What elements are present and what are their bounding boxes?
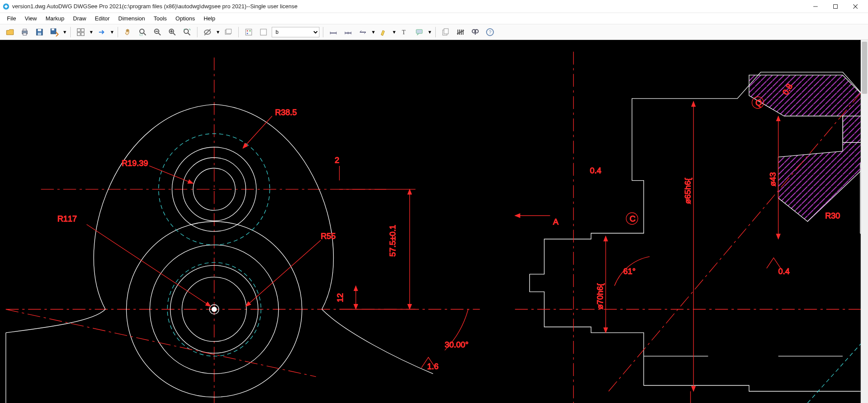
dim-r55: R55 xyxy=(321,231,336,241)
dim-d65h6: ø65h6{ xyxy=(683,178,692,204)
svg-rect-6 xyxy=(23,29,26,31)
text-button[interactable]: T xyxy=(398,26,411,39)
comment-button[interactable] xyxy=(413,26,426,39)
svg-rect-9 xyxy=(38,29,41,31)
scrollbar-thumb[interactable] xyxy=(862,42,867,94)
svg-line-26 xyxy=(173,33,175,35)
surface-0.4b: 0.4 xyxy=(778,267,789,276)
minimize-button[interactable] xyxy=(806,0,825,13)
svg-rect-32 xyxy=(226,29,231,33)
menubar: File View Markup Draw Editor Dimension T… xyxy=(0,13,868,24)
dim-12: 12 xyxy=(335,293,345,302)
layer-manager-button[interactable] xyxy=(242,26,255,39)
print-button[interactable] xyxy=(18,26,31,39)
measure-distance-button[interactable] xyxy=(327,26,340,39)
zoom-extents-button[interactable] xyxy=(181,26,194,39)
save-button[interactable] xyxy=(33,26,46,39)
close-button[interactable] xyxy=(845,0,865,13)
menu-dimension[interactable]: Dimension xyxy=(114,14,149,23)
menu-markup[interactable]: Markup xyxy=(41,14,69,23)
forward-button[interactable] xyxy=(95,26,108,39)
svg-rect-15 xyxy=(77,33,80,36)
deselect-dropdown[interactable]: ▾ xyxy=(216,29,220,35)
svg-line-77 xyxy=(87,225,211,307)
separator xyxy=(70,27,71,37)
open-button[interactable] xyxy=(3,26,16,39)
forward-dropdown[interactable]: ▾ xyxy=(110,29,114,35)
svg-rect-12 xyxy=(52,29,54,30)
menu-editor[interactable]: Editor xyxy=(91,14,114,23)
svg-rect-33 xyxy=(246,29,252,35)
dim-angle-30: 30.00° xyxy=(445,340,469,349)
dim-angle-61: 61° xyxy=(623,267,636,276)
svg-rect-14 xyxy=(81,29,84,32)
svg-line-28 xyxy=(188,33,190,35)
toolbar: ▾ ▾ ▾ ▾ b ▾ ▾ T ▾ ? xyxy=(0,24,868,40)
highlighter-button[interactable] xyxy=(377,26,390,39)
svg-line-76 xyxy=(149,166,193,183)
svg-line-84 xyxy=(6,309,316,377)
layers-button[interactable] xyxy=(222,26,235,39)
comment-dropdown[interactable]: ▾ xyxy=(427,29,432,35)
maximize-button[interactable] xyxy=(825,0,845,13)
datum-C: C xyxy=(630,214,636,223)
drawing-canvas[interactable]: R38.5 R19.39 R117 R55 57.5±0.1 12 2 30.0… xyxy=(0,40,868,403)
separator xyxy=(238,27,239,37)
highlighter-dropdown[interactable]: ▾ xyxy=(392,29,396,35)
zoom-in-button[interactable] xyxy=(166,26,179,39)
surface-1.6: 1.6 xyxy=(427,362,438,371)
menu-file[interactable]: File xyxy=(3,14,20,23)
zoom-window-button[interactable] xyxy=(136,26,149,39)
svg-rect-16 xyxy=(81,33,84,36)
svg-line-87 xyxy=(608,87,866,391)
svg-rect-13 xyxy=(77,29,80,32)
dim-d43: ø43 xyxy=(768,172,777,187)
menu-tools[interactable]: Tools xyxy=(149,14,171,23)
svg-text:?: ? xyxy=(489,30,491,35)
svg-point-36 xyxy=(247,33,248,34)
svg-line-75 xyxy=(243,116,272,148)
app-icon xyxy=(3,3,10,10)
svg-point-70 xyxy=(212,307,217,312)
vertical-scrollbar[interactable] xyxy=(861,40,868,403)
save-dropdown[interactable]: ▾ xyxy=(62,29,67,35)
layer-select[interactable]: b xyxy=(272,27,319,37)
separator xyxy=(435,27,436,37)
svg-rect-49 xyxy=(444,29,448,34)
dim-d70h6: ø70h6{ xyxy=(595,283,605,309)
svg-line-18 xyxy=(144,33,146,35)
zoom-out-button[interactable] xyxy=(151,26,164,39)
count-button[interactable] xyxy=(454,26,467,39)
svg-line-78 xyxy=(246,240,321,306)
svg-rect-2 xyxy=(834,4,838,8)
titlebar: version1.dwg AutoDWG DWGSee Pro 2021(c:\… xyxy=(0,0,868,13)
dim-r117: R117 xyxy=(57,214,77,223)
menu-help[interactable]: Help xyxy=(199,14,220,23)
help-button[interactable]: ? xyxy=(483,26,496,39)
layout-toggle-button[interactable] xyxy=(257,26,270,39)
svg-rect-37 xyxy=(260,29,266,35)
menu-options[interactable]: Options xyxy=(171,14,199,23)
svg-point-17 xyxy=(140,29,144,33)
measure-dropdown[interactable]: ▾ xyxy=(371,29,375,35)
window-controls xyxy=(806,0,865,13)
copy-button[interactable] xyxy=(439,26,452,39)
measure-area-button[interactable] xyxy=(356,26,369,39)
measure-aligned-button[interactable] xyxy=(342,26,355,39)
datum-Q: Q xyxy=(756,98,762,107)
thumbnail-button[interactable] xyxy=(74,26,87,39)
save-as-button[interactable] xyxy=(48,26,61,39)
pan-button[interactable] xyxy=(122,26,135,39)
separator xyxy=(197,27,197,37)
svg-line-22 xyxy=(158,33,161,35)
surface-0.4: 0.4 xyxy=(590,166,601,175)
menu-view[interactable]: View xyxy=(20,14,41,23)
thumb-dropdown[interactable]: ▾ xyxy=(89,29,93,35)
window-title: version1.dwg AutoDWG DWGSee Pro 2021(c:\… xyxy=(12,3,806,10)
find-button[interactable] xyxy=(469,26,482,39)
menu-draw[interactable]: Draw xyxy=(69,14,90,23)
deselect-button[interactable] xyxy=(201,26,214,39)
dim-r19.39: R19.39 xyxy=(122,159,148,168)
separator xyxy=(323,27,323,37)
dim-2: 2 xyxy=(335,155,339,165)
